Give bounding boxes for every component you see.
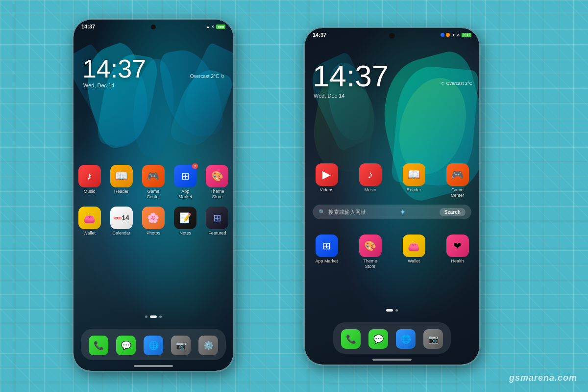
search-button-right[interactable]: Search bbox=[440, 208, 466, 216]
app-music-right[interactable]: ♪ Music bbox=[348, 160, 392, 199]
search-icon-right: 🔍 bbox=[318, 209, 325, 215]
page-dot-2 bbox=[159, 315, 162, 318]
app-wallet-right[interactable]: 👛 Wallet bbox=[392, 232, 436, 270]
app-icon-gamecenter-right: 🎮 bbox=[446, 163, 469, 186]
app-themestore-left[interactable]: 🎨 ThemeStore bbox=[201, 162, 233, 201]
battery-icon-left: ■■■ bbox=[216, 25, 225, 29]
status-time-right: 14:37 bbox=[313, 32, 326, 38]
app-icon-music-left: ♪ bbox=[78, 165, 101, 187]
app-icon-featured-left: ⊞ bbox=[206, 207, 228, 229]
camera-notch-right bbox=[389, 33, 395, 39]
app-label-featured-left: Featured bbox=[208, 231, 226, 236]
dock-icon-camera-right: 📷 bbox=[423, 329, 443, 349]
app-grid-row2-right: ⊞ App Market 🎨 Theme Store 👛 bbox=[305, 232, 479, 270]
search-placeholder-right: 搜索或输入网址 bbox=[328, 209, 366, 216]
dock-messages-left[interactable]: 💬 bbox=[115, 333, 137, 356]
app-icon-videos-right: ▶ bbox=[316, 163, 338, 186]
status-icons-right: ▲ ✕ 100 bbox=[441, 33, 471, 37]
page-dots-left bbox=[145, 315, 162, 318]
dock-icon-browser-left: 🌐 bbox=[144, 336, 163, 355]
weather-left: Overcast 2°C ↻ bbox=[190, 74, 224, 79]
page-dot-r0 bbox=[386, 309, 393, 312]
dock-left: 📞 💬 🌐 📷 bbox=[81, 329, 226, 360]
dock-right: 📞 💬 🌐 📷 bbox=[333, 322, 451, 354]
app-calendar-left[interactable]: Wed 14 Calendar bbox=[105, 204, 137, 237]
app-icon-health-right: ❤ bbox=[446, 235, 469, 257]
app-music-left[interactable]: ♪ Music bbox=[74, 162, 105, 201]
dock-camera-left[interactable]: 📷 bbox=[170, 333, 192, 356]
app-gamecenter-right[interactable]: 🎮 Game Center bbox=[436, 160, 479, 199]
status-dot-blue bbox=[441, 33, 444, 37]
app-label-appmarket-left: AppMarket bbox=[178, 189, 192, 200]
weather-right: ↻ Overcast 2°C bbox=[441, 81, 472, 86]
battery-right: 100 bbox=[462, 33, 471, 37]
app-appmarket-right[interactable]: ⊞ App Market bbox=[305, 232, 348, 270]
app-label-videos-right: Videos bbox=[320, 187, 333, 193]
dock-icon-messages-left: 💬 bbox=[116, 336, 136, 355]
calendar-month: Wed bbox=[114, 216, 122, 220]
app-label-themestore-right: Theme Store bbox=[358, 259, 383, 269]
app-label-notes-left: Notes bbox=[179, 231, 191, 236]
app-icon-calendar-left: Wed 14 bbox=[110, 207, 133, 229]
dock-icon-camera-left: 📷 bbox=[171, 336, 191, 355]
app-label-calendar-left: Calendar bbox=[113, 231, 131, 236]
app-label-reader-left: Reader bbox=[114, 189, 129, 194]
app-photos-left[interactable]: 🌸 Photos bbox=[137, 204, 169, 237]
dock-icon-settings-left: ⚙️ bbox=[198, 336, 218, 355]
search-sparkle-right: ✦ bbox=[400, 208, 406, 216]
dock-phone-right[interactable]: 📞 bbox=[340, 326, 362, 350]
wifi-icon-left: ▲ bbox=[206, 25, 210, 29]
dock-icon-phone-left: 📞 bbox=[89, 336, 108, 355]
badge-appmarket: 1 bbox=[192, 163, 198, 169]
phone-left-screen: 14:37 ▲ ✕ ■■■ 14:37 Wed, Dec 14 Overcast… bbox=[74, 20, 233, 371]
page-dots-right bbox=[386, 309, 398, 312]
date-left: Wed, Dec 14 bbox=[83, 82, 114, 88]
app-icon-notes-left: 📝 bbox=[174, 207, 196, 229]
app-featured-left[interactable]: ⊞ Featured bbox=[201, 204, 233, 237]
dock-icon-phone-right: 📞 bbox=[341, 329, 361, 349]
status-dot-orange bbox=[446, 33, 450, 37]
dock-browser-left[interactable]: 🌐 bbox=[143, 333, 164, 356]
app-themestore-right[interactable]: 🎨 Theme Store bbox=[348, 232, 392, 270]
phone-right: 14:37 ▲ ✕ 100 14:37 Wed, Dec 14 bbox=[304, 27, 480, 366]
phone-right-screen: 14:37 ▲ ✕ 100 14:37 Wed, Dec 14 bbox=[305, 28, 479, 365]
camera-notch-left bbox=[151, 25, 156, 29]
date-right: Wed, Dec 14 bbox=[314, 93, 344, 99]
dock-messages-right[interactable]: 💬 bbox=[368, 326, 389, 350]
wifi-icon-right: ▲ bbox=[451, 33, 455, 37]
phone-left: 14:37 ▲ ✕ ■■■ 14:37 Wed, Dec 14 Overcast… bbox=[73, 19, 234, 372]
app-icon-gamecenter-left: 🎮 bbox=[142, 165, 165, 187]
home-indicator-right bbox=[372, 359, 412, 361]
dock-phone-left[interactable]: 📞 bbox=[88, 333, 109, 356]
sparkle-icon: ✦ bbox=[400, 208, 406, 216]
app-icon-wallet-right: 👛 bbox=[403, 235, 425, 257]
app-icon-wallet-left: 👛 bbox=[78, 207, 101, 229]
dock-settings-left[interactable]: ⚙️ bbox=[197, 333, 219, 356]
app-appmarket-left[interactable]: ⊞ 1 AppMarket bbox=[170, 162, 201, 201]
app-grid-row2-left: 👛 Wallet Wed 14 Calendar 🌸 bbox=[74, 204, 233, 237]
app-label-reader-right: Reader bbox=[407, 187, 421, 193]
phone-left-frame: 14:37 ▲ ✕ ■■■ 14:37 Wed, Dec 14 Overcast… bbox=[73, 19, 234, 372]
search-bar-right[interactable]: 🔍 搜索或输入网址 ✦ Search bbox=[313, 205, 471, 219]
app-gamecenter-left[interactable]: 🎮 GameCenter bbox=[137, 162, 169, 201]
page-dot-1 bbox=[150, 315, 157, 318]
watermark: gsmarena.com bbox=[509, 373, 577, 383]
status-icons-left: ▲ ✕ ■■■ bbox=[206, 25, 225, 29]
dock-browser-right[interactable]: 🌐 bbox=[395, 326, 416, 350]
app-icon-music-right: ♪ bbox=[359, 163, 382, 186]
dock-camera-right[interactable]: 📷 bbox=[422, 326, 444, 350]
dock-icon-messages-right: 💬 bbox=[368, 329, 388, 349]
home-indicator-left bbox=[134, 365, 173, 367]
app-health-right[interactable]: ❤ Health bbox=[436, 232, 479, 270]
clock-left: 14:37 bbox=[82, 54, 146, 83]
app-grid-row1-right: ▶ Videos ♪ Music 📖 Reader bbox=[305, 160, 479, 199]
app-label-photos-left: Photos bbox=[147, 231, 160, 236]
signal-icon-left: ✕ bbox=[211, 25, 215, 29]
app-label-appmarket-right: App Market bbox=[315, 259, 338, 264]
app-wallet-left[interactable]: 👛 Wallet bbox=[74, 204, 105, 237]
app-notes-left[interactable]: 📝 Notes bbox=[170, 204, 201, 237]
app-reader-left[interactable]: 📖 Reader bbox=[105, 162, 137, 201]
clock-right: 14:37 bbox=[313, 58, 389, 93]
app-reader-right[interactable]: 📖 Reader bbox=[392, 160, 436, 199]
app-videos-right[interactable]: ▶ Videos bbox=[305, 160, 348, 199]
